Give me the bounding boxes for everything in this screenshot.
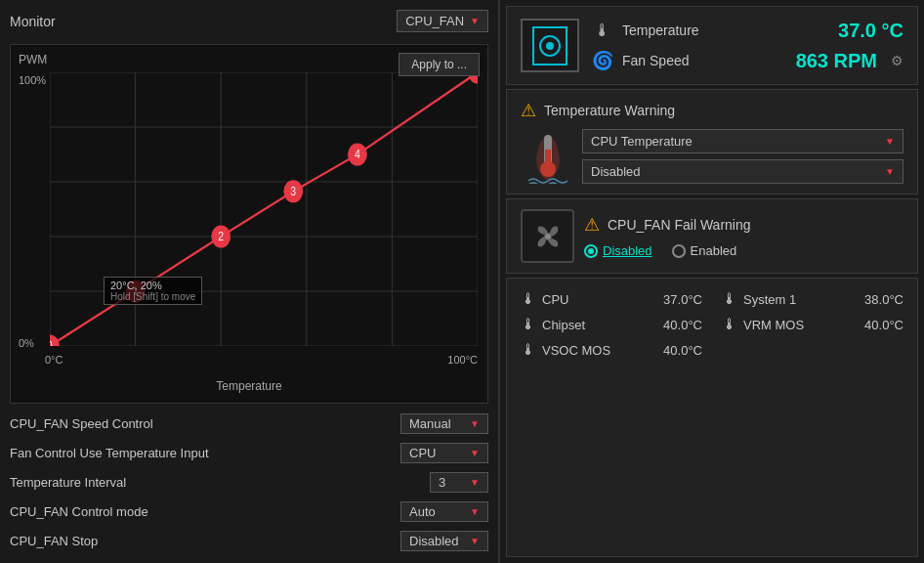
system-info-card: 🌡 Temperature 37.0 °C 🌀 Fan Speed 863 RP… bbox=[506, 6, 918, 85]
vsoc-temp-name: VSOC MOS bbox=[542, 343, 657, 358]
cpu-temp-item: 🌡 CPU 37.0°C bbox=[521, 290, 702, 308]
system1-temp-item: 🌡 System 1 38.0°C bbox=[722, 290, 903, 308]
svg-text:4: 4 bbox=[355, 149, 360, 161]
control-mode-dropdown[interactable]: Auto ▼ bbox=[400, 501, 488, 522]
chevron-down-icon: ▼ bbox=[470, 16, 480, 26]
fail-warning-title: CPU_FAN Fail Warning bbox=[608, 217, 751, 233]
chevron-down-icon: ▼ bbox=[470, 448, 480, 458]
fail-warning-content: ⚠ CPU_FAN Fail Warning Disabled Enabled bbox=[584, 214, 903, 258]
chevron-down-icon: ▼ bbox=[470, 536, 480, 546]
temp-interval-dropdown[interactable]: 3 ▼ bbox=[430, 472, 488, 493]
chipset-temp-name: Chipset bbox=[542, 318, 657, 332]
svg-text:3: 3 bbox=[290, 185, 296, 197]
temp-interval-label: Temperature Interval bbox=[10, 475, 126, 490]
fail-warning-header: ⚠ CPU_FAN Fail Warning bbox=[584, 214, 903, 236]
control-mode-row: CPU_FAN Control mode Auto ▼ bbox=[10, 499, 488, 524]
vrm-temp-item: 🌡 VRM MOS 40.0°C bbox=[722, 316, 903, 333]
chevron-down-icon: ▼ bbox=[470, 418, 480, 429]
percent-0-label: 0% bbox=[19, 337, 34, 349]
pwm-label: PWM bbox=[19, 53, 47, 66]
temp-warning-controls: CPU Temperature ▼ Disabled ▼ bbox=[582, 129, 903, 184]
temp-readings-card: 🌡 CPU 37.0°C 🌡 System 1 38.0°C 🌡 Chipset… bbox=[506, 278, 918, 557]
vsoc-temp-item: 🌡 VSOC MOS 40.0°C bbox=[521, 341, 702, 359]
fan-stop-dropdown[interactable]: Disabled ▼ bbox=[400, 531, 488, 551]
temp-100-label: 100°C bbox=[447, 354, 478, 366]
temperature-stat-row: 🌡 Temperature 37.0 °C bbox=[591, 20, 903, 42]
cpu-temp-name: CPU bbox=[542, 292, 657, 307]
enabled-radio[interactable]: Enabled bbox=[672, 243, 737, 258]
temp-warning-body: CPU Temperature ▼ Disabled ▼ bbox=[521, 129, 903, 184]
fan-speed-stat-row: 🌀 Fan Speed 863 RPM ⚙ bbox=[591, 50, 903, 72]
vrm-thermometer-icon: 🌡 bbox=[722, 316, 737, 333]
temp-0-label: 0°C bbox=[45, 354, 63, 366]
fan-icon: 🌀 bbox=[591, 50, 614, 71]
fan-dropdown[interactable]: CPU_FAN ▼ bbox=[397, 10, 488, 32]
stats-section: 🌡 Temperature 37.0 °C 🌀 Fan Speed 863 RP… bbox=[591, 20, 903, 72]
enabled-radio-label: Enabled bbox=[691, 243, 737, 258]
cpu-thermometer-icon: 🌡 bbox=[521, 290, 536, 308]
thermometer-svg bbox=[528, 130, 567, 184]
temp-warning-header: ⚠ Temperature Warning bbox=[521, 100, 903, 121]
vrm-temp-value: 40.0°C bbox=[864, 318, 903, 332]
temperature-stat-value: 37.0 °C bbox=[838, 20, 903, 42]
svg-text:2: 2 bbox=[218, 231, 224, 243]
cpu-temp-value: 37.0°C bbox=[663, 292, 702, 307]
fan-svg bbox=[528, 217, 567, 256]
control-mode-label: CPU_FAN Control mode bbox=[10, 504, 148, 519]
speed-control-row: CPU_FAN Speed Control Manual ▼ bbox=[10, 411, 488, 436]
controls-section: CPU_FAN Speed Control Manual ▼ Fan Contr… bbox=[10, 411, 488, 553]
speed-control-dropdown[interactable]: Manual ▼ bbox=[400, 413, 488, 434]
temp-warning-image bbox=[521, 129, 574, 184]
temp-readings-grid: 🌡 CPU 37.0°C 🌡 System 1 38.0°C 🌡 Chipset… bbox=[521, 290, 903, 359]
chipset-thermometer-icon: 🌡 bbox=[521, 316, 536, 333]
enabled-radio-circle bbox=[672, 244, 686, 258]
curve-svg: 0 1 2 3 4 5 bbox=[50, 72, 478, 346]
fail-warning-card: ⚠ CPU_FAN Fail Warning Disabled Enabled bbox=[506, 198, 918, 274]
svg-point-28 bbox=[545, 234, 551, 239]
point-tooltip: 20°C, 20% Hold [Shift] to move bbox=[104, 277, 202, 305]
vsoc-temp-value: 40.0°C bbox=[663, 343, 702, 358]
chipset-temp-item: 🌡 Chipset 40.0°C bbox=[521, 316, 702, 333]
thermometer-icon: 🌡 bbox=[591, 21, 614, 41]
chevron-down-icon: ▼ bbox=[470, 506, 480, 517]
vrm-temp-name: VRM MOS bbox=[743, 318, 859, 332]
chevron-down-icon: ▼ bbox=[470, 477, 480, 488]
fan-stop-label: CPU_FAN Stop bbox=[10, 534, 98, 548]
chevron-down-icon: ▼ bbox=[885, 166, 895, 177]
chipset-temp-value: 40.0°C bbox=[663, 318, 702, 332]
system1-thermometer-icon: 🌡 bbox=[722, 290, 737, 308]
temp-interval-row: Temperature Interval 3 ▼ bbox=[10, 470, 488, 495]
vsoc-thermometer-icon: 🌡 bbox=[521, 341, 536, 359]
fan-image bbox=[521, 209, 574, 263]
disabled-radio[interactable]: Disabled bbox=[584, 243, 652, 258]
svg-text:0: 0 bbox=[50, 340, 53, 346]
apply-to-button[interactable]: Apply to ... bbox=[399, 53, 480, 76]
temp-input-dropdown[interactable]: CPU ▼ bbox=[400, 443, 488, 463]
speed-control-label: CPU_FAN Speed Control bbox=[10, 416, 153, 431]
gear-icon[interactable]: ⚙ bbox=[891, 53, 903, 68]
temperature-stat-label: Temperature bbox=[622, 22, 830, 38]
fail-warning-radio-group: Disabled Enabled bbox=[584, 243, 903, 258]
temp-threshold-dropdown[interactable]: Disabled ▼ bbox=[582, 159, 903, 184]
left-panel: Monitor CPU_FAN ▼ Apply to ... PWM 100% … bbox=[0, 0, 498, 563]
temperature-axis-label: Temperature bbox=[216, 379, 281, 393]
fan-stop-row: CPU_FAN Stop Disabled ▼ bbox=[10, 529, 488, 553]
fan-speed-stat-value: 863 RPM bbox=[796, 50, 877, 72]
monitor-title: Monitor bbox=[10, 14, 56, 29]
disabled-radio-label: Disabled bbox=[603, 243, 652, 258]
temp-input-label: Fan Control Use Temperature Input bbox=[10, 446, 209, 460]
disabled-radio-circle bbox=[584, 244, 598, 258]
warning-icon: ⚠ bbox=[584, 214, 600, 236]
system1-temp-value: 38.0°C bbox=[864, 292, 903, 307]
temp-warning-title: Temperature Warning bbox=[544, 103, 675, 118]
percent-100-label: 100% bbox=[19, 74, 46, 86]
pc-icon bbox=[521, 19, 579, 72]
svg-rect-26 bbox=[545, 150, 551, 171]
fan-curve-chart[interactable]: Apply to ... PWM 100% 0% bbox=[10, 44, 488, 404]
system1-temp-name: System 1 bbox=[743, 292, 859, 307]
warning-icon: ⚠ bbox=[521, 100, 536, 121]
temp-input-row: Fan Control Use Temperature Input CPU ▼ bbox=[10, 441, 488, 465]
temp-warning-card: ⚠ Temperature Warning bbox=[506, 89, 918, 195]
chevron-down-icon: ▼ bbox=[885, 136, 895, 147]
cpu-temp-dropdown[interactable]: CPU Temperature ▼ bbox=[582, 129, 903, 153]
